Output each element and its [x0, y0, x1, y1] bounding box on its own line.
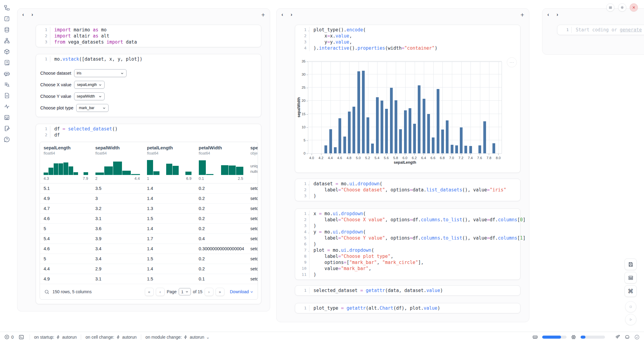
cell-plot[interactable]: 1⌄plot_type().encode(2 x=x.value,3 y=y.v…: [295, 25, 521, 173]
ai-assistant-button[interactable]: [615, 334, 620, 340]
add-cell-button[interactable]: +: [521, 12, 524, 18]
keyboard-shortcuts-button[interactable]: ⌘: [624, 285, 637, 297]
on-module-change-setting[interactable]: on module change: autorun ⌄: [145, 335, 209, 340]
save-button[interactable]: [624, 258, 637, 270]
table-column-header[interactable]: speciesobjectuniquenulls:: [247, 142, 258, 183]
logs-icon[interactable]: [3, 81, 10, 88]
search-icon[interactable]: [44, 289, 49, 294]
cell-plot-type[interactable]: 1plot_type = getattr(alt.Chart(df), plot…: [295, 303, 521, 313]
add-cell-button[interactable]: +: [261, 12, 265, 18]
table-row: 4.63.11.50.2setosa: [40, 214, 258, 224]
chevron-right-icon[interactable]: ›: [556, 12, 566, 18]
scratchpad-icon[interactable]: [3, 125, 10, 132]
table-row: 53.41.50.2setosa: [40, 254, 258, 264]
dropdown-select[interactable]: iris: [74, 69, 127, 77]
layout-button[interactable]: [624, 272, 637, 283]
copilot-icon: [624, 334, 630, 340]
copilot-button[interactable]: [624, 334, 630, 340]
chart-bar: [390, 88, 393, 153]
code-editor[interactable]: 1Start coding or generate with: [557, 25, 644, 35]
code-editor[interactable]: 1⌄dataset = mo.ui.dropdown(2 label="Choo…: [295, 179, 520, 201]
chart-bar: [418, 85, 420, 153]
divider: [81, 334, 81, 340]
stop-icon: [628, 304, 633, 309]
close-icon: [632, 5, 636, 9]
chart-menu-button[interactable]: ⋯: [507, 57, 517, 67]
file-explorer-icon[interactable]: [3, 4, 10, 11]
chart-bar: [464, 146, 467, 153]
on-startup-setting[interactable]: on startup: autorun: [34, 335, 77, 340]
chevron-left-icon[interactable]: ‹: [547, 12, 556, 18]
table-column-header[interactable]: sepalWidthfloat6424.4: [92, 142, 144, 183]
cell-dataset-dropdown[interactable]: 1⌄dataset = mo.ui.dropdown(2 label="Choo…: [295, 179, 521, 201]
chart-bar: [478, 145, 481, 153]
chart-bar: [357, 71, 360, 153]
code-editor[interactable]: 1mo.vstack([dataset, x, y, plot]): [36, 54, 261, 64]
outline-icon[interactable]: [3, 92, 10, 99]
cell-xy-plot-dropdowns[interactable]: 1⌄x = mo.ui.dropdown(2 label="Choose X v…: [295, 208, 521, 280]
dropdown-select[interactable]: sepalWidth: [74, 92, 105, 100]
chevron-down-icon: [102, 106, 106, 110]
check-circle-icon: [634, 334, 640, 340]
shutdown-button[interactable]: [630, 3, 638, 12]
download-button[interactable]: Download: [230, 289, 253, 294]
table-column-header[interactable]: sepalLengthfloat644.37.9: [40, 142, 92, 183]
cell-selected-dataset[interactable]: 1selected_dataset = getattr(data, datase…: [295, 285, 521, 296]
help-icon[interactable]: [3, 136, 10, 143]
table-column-header[interactable]: petalWidthfloat640.12.5: [195, 142, 247, 183]
chevron-left-icon[interactable]: ‹: [281, 12, 291, 18]
dropdown-label: Choose plot type: [40, 105, 73, 110]
last-page-button[interactable]: »: [216, 288, 224, 296]
first-page-button[interactable]: «: [145, 288, 154, 296]
dropdown-label: Choose Y value: [40, 94, 71, 99]
prev-page-button[interactable]: ‹: [156, 288, 165, 296]
chevron-left-icon[interactable]: ‹: [22, 12, 31, 18]
snippets-icon[interactable]: [3, 114, 10, 121]
code-editor[interactable]: 1plot_type = getattr(alt.Chart(df), plot…: [295, 303, 520, 313]
tracing-icon[interactable]: [3, 103, 10, 110]
code-editor[interactable]: 1⌄plot_type().encode(2 x=x.value,3 y=y.v…: [295, 25, 520, 53]
documentation-icon[interactable]: [3, 59, 10, 66]
menu-button[interactable]: [606, 3, 614, 12]
divider: [30, 334, 30, 340]
chevron-right-icon[interactable]: ›: [31, 12, 41, 18]
column-left-header: ‹ › +: [17, 9, 270, 21]
bar-chart[interactable]: [308, 62, 502, 154]
code-editor[interactable]: 1df = selected_dataset()2df: [36, 124, 261, 140]
dropdown-select[interactable]: mark_bar: [76, 104, 109, 112]
cell-empty-editor[interactable]: 1Start coding or generate with: [557, 25, 644, 35]
x-axis-title: sepalLength: [308, 160, 502, 165]
chart-bar: [352, 107, 355, 153]
cell-dataframe[interactable]: 1df = selected_dataset()2df sepalLengthf…: [36, 124, 261, 304]
connection-status-button[interactable]: [634, 334, 640, 340]
cell-imports[interactable]: 1import marimo as mo2import altair as al…: [36, 25, 261, 47]
error-circle-icon: [4, 334, 9, 340]
stop-button[interactable]: [625, 301, 636, 312]
chevron-down-icon: [98, 83, 102, 87]
terminal-button[interactable]: [19, 334, 24, 340]
page-select[interactable]: 1: [179, 288, 191, 295]
error-indicator[interactable]: 0: [4, 334, 14, 340]
code-editor[interactable]: 1⌄x = mo.ui.dropdown(2 label="Choose X v…: [295, 209, 520, 280]
dependencies-icon[interactable]: [3, 37, 10, 44]
on-cell-change-setting[interactable]: on cell change: autorun: [85, 335, 137, 340]
dropdown-select[interactable]: sepalLength: [74, 81, 105, 89]
run-button[interactable]: [625, 314, 636, 325]
table-column-header[interactable]: petalLengthfloat6416.9: [143, 142, 195, 183]
cell-vstack[interactable]: 1mo.vstack([dataset, x, y, plot]) Choose…: [36, 54, 261, 117]
vstack-output: Choose datasetirisChoose X valuesepalLen…: [36, 64, 261, 117]
variables-icon[interactable]: f: [3, 15, 10, 22]
next-page-button[interactable]: ›: [205, 288, 213, 296]
chevron-down-icon: [98, 95, 102, 98]
code-editor[interactable]: 1selected_dataset = getattr(data, datase…: [295, 286, 520, 295]
table-summary: 150 rows, 5 columns: [52, 289, 91, 294]
ai-chat-icon[interactable]: [3, 70, 10, 77]
code-editor[interactable]: 1import marimo as mo2import altair as al…: [36, 25, 261, 47]
layout-grid-icon: [628, 275, 634, 281]
chevron-right-icon[interactable]: ›: [291, 12, 300, 18]
settings-button[interactable]: [618, 3, 626, 12]
packages-icon[interactable]: [3, 48, 10, 55]
dropdown-row: Choose datasetiris: [40, 69, 257, 77]
datasources-icon[interactable]: [3, 26, 10, 33]
chevron-down-icon: [185, 290, 188, 293]
